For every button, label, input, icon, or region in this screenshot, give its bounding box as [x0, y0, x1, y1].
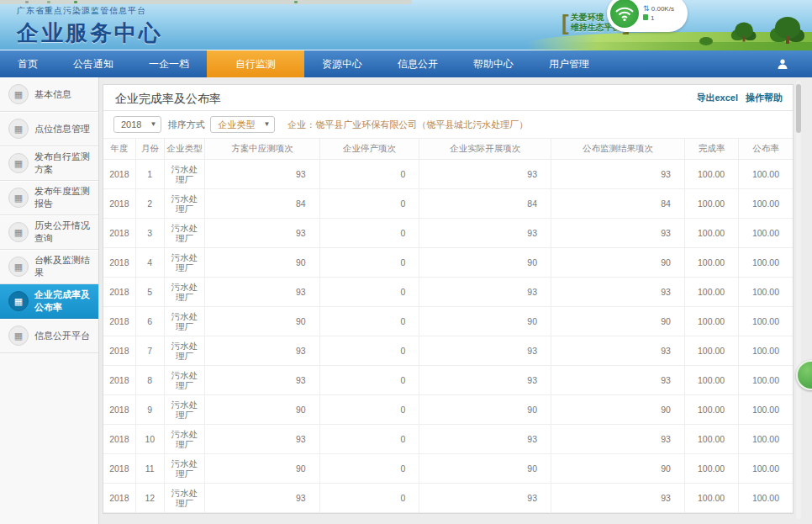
table-cell: 93	[419, 425, 551, 454]
site-title: 企业服务中心	[17, 19, 163, 48]
scrollbar-thumb[interactable]	[796, 84, 801, 133]
company-label: 企业：饶平县广业环保有限公司（饶平县城北污水处理厂）	[287, 119, 528, 131]
help-link[interactable]: 操作帮助	[746, 93, 783, 103]
column-header: 公布率	[739, 139, 793, 160]
bracket-left: [	[562, 12, 569, 34]
sidebar-item-disclosure-platform[interactable]: ▦ 信息公开平台	[0, 319, 98, 353]
table-cell: 84	[419, 189, 551, 219]
network-monitor-widget[interactable]: ⇅ 0.00K/s 1	[607, 0, 688, 32]
table-cell: 12	[135, 484, 164, 513]
table-cell: 90	[551, 248, 685, 278]
nav-item-announcements[interactable]: 公告通知	[55, 50, 131, 77]
sidebar-item-label: 发布自行监测方案	[34, 151, 98, 176]
sidebar-item-point-info[interactable]: ▦ 点位信息管理	[0, 112, 98, 146]
table-cell: 100.00	[739, 219, 793, 248]
content-panel: 企业完成率及公布率 导出excel 操作帮助 2018 ▼ 排序方式 企业类型 …	[103, 84, 794, 514]
table-cell: 4	[135, 248, 164, 278]
table-cell: 90	[205, 454, 320, 484]
table-cell: 污水处理厂	[164, 336, 204, 366]
table-cell: 93	[551, 160, 685, 189]
browser-dot	[294, 1, 298, 3]
column-header: 企业停产项次	[319, 139, 419, 160]
table-cell: 93	[551, 219, 685, 248]
browser-dot	[47, 1, 50, 3]
table-cell: 0	[319, 219, 419, 248]
enterprise-type-select[interactable]: 企业类型 ▼	[210, 116, 275, 133]
table-cell: 6	[135, 307, 164, 336]
table-cell: 90	[419, 454, 551, 484]
grid-icon: ▦	[8, 291, 29, 311]
chevron-down-icon: ▼	[150, 117, 156, 132]
table-cell: 污水处理厂	[164, 278, 204, 307]
nav-item-home[interactable]: 首页	[0, 50, 55, 77]
table-cell: 90	[205, 307, 320, 336]
grid-icon: ▦	[8, 119, 29, 139]
nav-item-self-monitoring[interactable]: 自行监测	[207, 50, 304, 77]
table-row: 20182污水处理厂8408484100.00100.00	[103, 189, 793, 219]
banner-tree	[735, 22, 753, 41]
table-cell: 0	[319, 278, 419, 307]
table-cell: 0	[319, 454, 419, 484]
table-cell: 90	[419, 395, 551, 425]
eco-banner: [ 关爱环境， 维持生态平衡 ] ⇅ 0.00K/s 1	[526, 0, 812, 50]
banner-grass	[560, 42, 812, 50]
browser-dot	[25, 1, 29, 3]
nav-item-resource-center[interactable]: 资源中心	[304, 50, 380, 77]
table-cell: 污水处理厂	[164, 219, 204, 248]
table-cell: 100.00	[684, 307, 738, 336]
column-header: 月份	[135, 139, 164, 160]
table-cell: 93	[205, 336, 320, 366]
sidebar-item-label: 台帐及监测结果	[34, 254, 98, 279]
column-header: 完成率	[684, 139, 738, 160]
table-cell: 93	[205, 160, 320, 189]
table-row: 20184污水处理厂9009090100.00100.00	[103, 248, 793, 278]
table-cell: 3	[135, 219, 164, 248]
nav-item-enterprise-archive[interactable]: 一企一档	[131, 50, 207, 77]
table-cell: 100.00	[739, 160, 793, 189]
year-select[interactable]: 2018 ▼	[113, 116, 161, 133]
grid-icon: ▦	[8, 326, 29, 346]
vertical-scrollbar[interactable]	[796, 81, 801, 519]
sidebar-item-basic-info[interactable]: ▦ 基本信息	[0, 77, 98, 112]
sidebar-item-annual-report[interactable]: ▦ 发布年度监测报告	[0, 181, 98, 215]
table-cell: 2018	[103, 160, 135, 189]
table-cell: 污水处理厂	[164, 484, 204, 513]
column-header: 公布监测结果项次	[551, 139, 685, 160]
sidebar-item-history-query[interactable]: ▦ 历史公开情况查询	[0, 215, 98, 250]
net-count: 1	[651, 14, 654, 22]
table-row: 20186污水处理厂9009090100.00100.00	[103, 307, 793, 336]
sort-label: 排序方式	[167, 119, 204, 131]
table-cell: 93	[551, 278, 685, 307]
user-icon[interactable]	[777, 50, 788, 77]
table-cell: 100.00	[739, 366, 793, 395]
table-cell: 2018	[103, 219, 135, 248]
table-cell: 90	[551, 454, 685, 484]
sidebar-item-label: 信息公开平台	[34, 330, 90, 342]
table-cell: 100.00	[684, 278, 738, 307]
table-cell: 污水处理厂	[164, 395, 204, 425]
table-cell: 100.00	[684, 484, 738, 513]
grid-icon: ▦	[8, 84, 29, 104]
sidebar-item-ledger-results[interactable]: ▦ 台帐及监测结果	[0, 250, 98, 284]
banner-tree	[775, 17, 800, 44]
grid-icon: ▦	[8, 188, 29, 208]
table-cell: 100.00	[739, 307, 793, 336]
results-table: 年度月份企业类型方案中应测项次企业停产项次企业实际开展项次公布监测结果项次完成率…	[103, 138, 793, 513]
nav-item-info-disclosure[interactable]: 信息公开	[380, 50, 456, 77]
table-cell: 93	[419, 336, 551, 366]
table-cell: 93	[205, 484, 320, 513]
table-cell: 93	[205, 219, 320, 248]
table-cell: 0	[319, 160, 419, 189]
sidebar-item-completion-rate[interactable]: ▦ 企业完成率及公布率	[0, 284, 98, 319]
table-cell: 2018	[103, 425, 135, 454]
table-header-row: 年度月份企业类型方案中应测项次企业停产项次企业实际开展项次公布监测结果项次完成率…	[103, 139, 793, 160]
table-cell: 11	[135, 454, 164, 484]
export-excel-link[interactable]: 导出excel	[696, 93, 738, 103]
nav-item-help-center[interactable]: 帮助中心	[456, 50, 531, 77]
sidebar-item-publish-monitor-plan[interactable]: ▦ 发布自行监测方案	[0, 146, 98, 181]
table-cell: 污水处理厂	[164, 307, 204, 336]
table-cell: 100.00	[739, 395, 793, 425]
table-row: 20188污水处理厂9309393100.00100.00	[103, 366, 793, 395]
nav-item-user-management[interactable]: 用户管理	[531, 50, 607, 77]
table-cell: 污水处理厂	[164, 248, 204, 278]
